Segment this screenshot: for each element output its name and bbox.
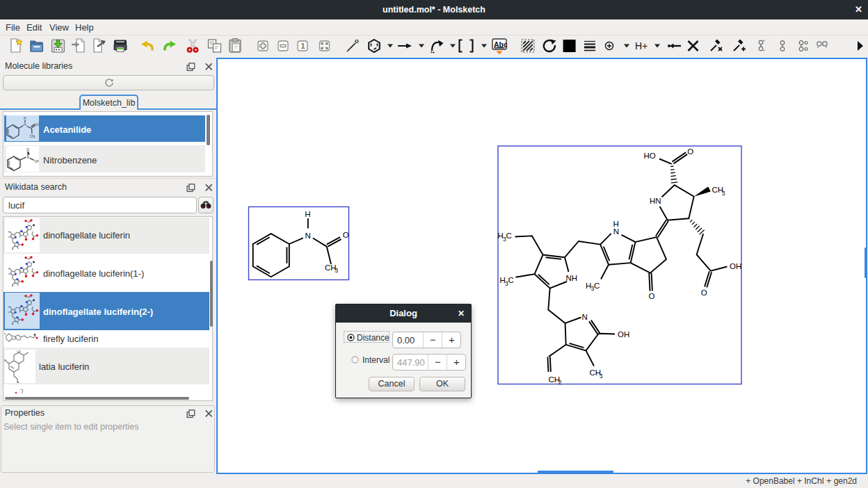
svg-text:O: O xyxy=(343,231,349,239)
svg-text:OH: OH xyxy=(35,159,40,163)
svg-text:N: N xyxy=(24,122,26,127)
svg-text:HO: HO xyxy=(644,152,656,160)
svg-text:NH: NH xyxy=(566,274,578,282)
svg-text:H: H xyxy=(613,220,619,228)
svg-text:C: C xyxy=(594,282,600,290)
svg-text:N: N xyxy=(613,227,619,236)
svg-text:H+: H+ xyxy=(635,40,648,51)
svg-text:O: O xyxy=(687,147,693,156)
svg-text:CH: CH xyxy=(17,350,21,353)
svg-text:OH: OH xyxy=(730,262,741,270)
svg-text:N: N xyxy=(27,155,30,159)
svg-text:C: C xyxy=(506,231,512,240)
svg-text:HN: HN xyxy=(650,197,661,205)
svg-text:3: 3 xyxy=(34,136,35,139)
svg-text:C: C xyxy=(508,276,514,284)
svg-text:1: 1 xyxy=(300,42,305,50)
svg-text:O: O xyxy=(701,288,707,297)
svg-text:3: 3 xyxy=(335,267,338,274)
svg-text:H: H xyxy=(24,116,26,120)
svg-text:O: O xyxy=(649,292,655,300)
svg-text:O: O xyxy=(36,122,39,127)
svg-text:O: O xyxy=(26,147,29,152)
svg-text:2: 2 xyxy=(558,379,562,386)
svg-text:N: N xyxy=(305,231,311,240)
svg-text:3: 3 xyxy=(722,190,725,197)
svg-text:Abc: Abc xyxy=(494,40,508,49)
svg-text:OH: OH xyxy=(618,330,629,339)
svg-text:H: H xyxy=(305,210,310,218)
svg-text:N: N xyxy=(582,313,588,321)
svg-text:3: 3 xyxy=(600,373,603,380)
